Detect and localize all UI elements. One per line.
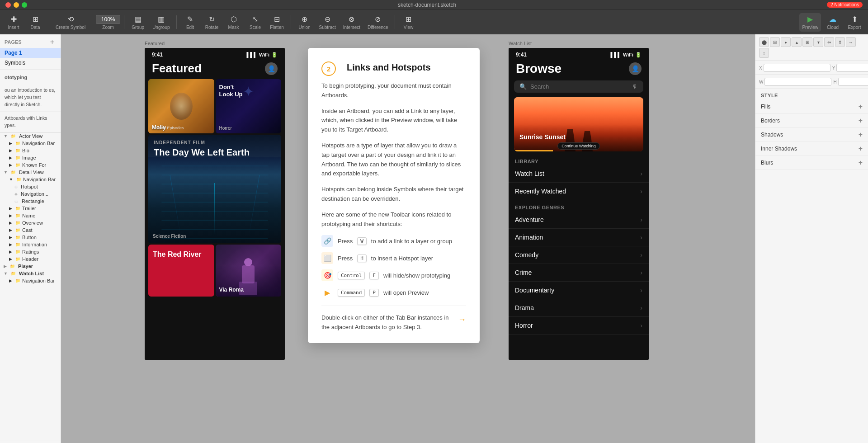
data-button[interactable]: ⊞ Data <box>25 13 45 32</box>
flip-v-btn[interactable]: ↕ <box>759 48 769 58</box>
borders-add-icon[interactable]: + <box>859 117 863 125</box>
edit-button[interactable]: ✎ Edit <box>180 13 200 32</box>
name-layer[interactable]: ▶ 📁 Name <box>0 212 61 219</box>
overview-layer[interactable]: ▶ 📁 Overview <box>0 219 61 226</box>
insert-button[interactable]: ✚ Insert <box>4 13 24 32</box>
y-input[interactable] <box>836 64 868 72</box>
wl-genre-documentary[interactable]: Documentarty › <box>509 282 649 299</box>
x-input[interactable] <box>764 64 830 72</box>
preview-button[interactable]: ▶ Preview <box>799 13 821 32</box>
wl-genre-animation[interactable]: Animation › <box>509 229 649 246</box>
bio-layer[interactable]: ▶ 📁 Bio <box>0 147 61 154</box>
minimize-button[interactable] <box>14 2 19 8</box>
wl-watchlist-item[interactable]: Watch List › <box>509 165 649 183</box>
scale-button[interactable]: ⤡ Scale <box>245 13 265 32</box>
ratings-layer[interactable]: ▶ 📁 Ratings <box>0 248 61 255</box>
group-toggle-icon: ▼ <box>4 134 8 138</box>
trailer-layer[interactable]: ▶ 📁 Trailer <box>0 205 61 212</box>
inner-shadows-row[interactable]: Inner Shadows + <box>755 142 868 156</box>
distribute-h-btn[interactable]: ⇔ <box>824 37 834 47</box>
flatten-button[interactable]: ⊟ Flatten <box>267 13 287 32</box>
shadows-add-icon[interactable]: + <box>859 131 863 139</box>
wl-genre-horror[interactable]: Horror › <box>509 317 649 335</box>
known-for-layer[interactable]: ▶ 📁 Known For <box>0 161 61 169</box>
subtract-button[interactable]: ⊖ Subtract <box>316 13 339 32</box>
wl-continue-card[interactable]: Sunrise Sunset Continue Watching <box>514 97 643 151</box>
difference-button[interactable]: ⊘ Difference <box>365 13 391 32</box>
h-input[interactable] <box>838 78 868 86</box>
image-layer[interactable]: ▶ 📁 Image <box>0 154 61 161</box>
watchlist-nav-bar[interactable]: ▶ 📁 Navigation Bar <box>0 277 61 284</box>
wl-recently-watched-item[interactable]: Recently Watched › <box>509 183 649 200</box>
distribute-v-btn[interactable]: ⇕ <box>835 37 845 47</box>
header-layer[interactable]: ▶ 📁 Header <box>0 255 61 263</box>
ungroup-button[interactable]: ▥ Ungroup <box>150 13 172 32</box>
subtract-icon: ⊖ <box>325 15 330 24</box>
play-shortcut-icon: ▶ <box>321 287 333 298</box>
cloud-button[interactable]: ☁ Cloud <box>823 13 843 32</box>
dont-look-up-card[interactable]: ✦ Don'tLook Up Horror <box>216 79 282 133</box>
export-button[interactable]: ⬆ Export <box>844 13 864 32</box>
para5: Here are some of the new Toolbar icons r… <box>321 210 466 229</box>
align-center-btn[interactable]: ⊟ <box>770 37 780 47</box>
artboard-watchlist: 9:41 ▌▌▌ WiFi 🔋 Browse 👤 🔍 Search 🎙 <box>509 48 649 360</box>
red-river-card[interactable]: The Red River <box>148 245 214 297</box>
close-button[interactable] <box>5 2 11 8</box>
prototype-panel: 2 Links and Hotspots To begin prototypin… <box>308 48 480 343</box>
fills-add-icon[interactable]: + <box>859 103 863 111</box>
hotspot-layer[interactable]: ◇ Hotspot <box>0 183 61 190</box>
player-group[interactable]: ▶ 📁 Player <box>0 263 61 270</box>
nav-bar-layer-1[interactable]: ▶ 📁 Navigation Bar <box>0 140 61 147</box>
align-middle-btn[interactable]: ⊞ <box>802 37 812 47</box>
detail-view-group[interactable]: ▼ 📁 Detail View <box>0 169 61 176</box>
create-symbol-button[interactable]: ⟲ Create Symbol <box>53 13 88 32</box>
navigation-item-layer[interactable]: ◈ Navigation... <box>0 190 61 198</box>
group-button[interactable]: ▤ Group <box>128 13 148 32</box>
align-right-btn[interactable]: ▸ <box>781 37 791 47</box>
inner-shadows-add-icon[interactable]: + <box>859 145 863 153</box>
wl-genre-crime[interactable]: Crime › <box>509 264 649 282</box>
align-left-btn[interactable]: ⬤ <box>759 37 769 47</box>
cast-layer[interactable]: ▶ 📁 Cast <box>0 226 61 234</box>
information-layer[interactable]: ▶ 📁 Information <box>0 241 61 248</box>
rotate-button[interactable]: ↻ Rotate <box>202 13 222 32</box>
via-roma-card[interactable]: Via Roma <box>216 245 282 297</box>
actor-view-group[interactable]: ▼ 📁 Actor View <box>0 132 61 140</box>
rectangle-layer[interactable]: ▭ Rectangle <box>0 198 61 205</box>
w-input[interactable] <box>764 78 831 86</box>
intersect-button[interactable]: ⊗ Intersect <box>340 13 363 32</box>
fills-row[interactable]: Fills + <box>755 100 868 114</box>
align-top-btn[interactable]: ▴ <box>792 37 802 47</box>
modal-footer-text: Double-click on either of the Tab Bar in… <box>321 313 458 332</box>
union-button[interactable]: ⊕ Union <box>295 13 315 32</box>
symbols-page-item[interactable]: Symbols <box>0 58 61 68</box>
molly-card[interactable]: Molly All-New Episodes <box>148 79 214 133</box>
blurs-row[interactable]: Blurs + <box>755 156 868 170</box>
blurs-add-icon[interactable]: + <box>859 159 863 167</box>
zoom-button[interactable] <box>22 2 27 8</box>
day-we-left-card[interactable]: INDEPENDENT FILM The Day We Left Earth S… <box>148 135 281 243</box>
wl-search-bar[interactable]: 🔍 Search 🎙 <box>514 80 643 93</box>
borders-row[interactable]: Borders + <box>755 114 868 128</box>
notifications-badge[interactable]: 2 Notifications <box>827 2 863 8</box>
view-icon: ⊞ <box>406 15 411 24</box>
next-arrow[interactable]: → <box>458 315 466 325</box>
wl-genre-adventure[interactable]: Adventure › <box>509 211 649 229</box>
folder-icon-image: 📁 <box>15 156 20 160</box>
zoom-input[interactable] <box>96 15 120 24</box>
mask-button[interactable]: ⬡ Mask <box>224 13 244 32</box>
wl-genre-comedy[interactable]: Comedy › <box>509 246 649 264</box>
shadows-row[interactable]: Shadows + <box>755 128 868 142</box>
shortcut-key-w: W <box>357 237 367 245</box>
watchlist-group[interactable]: ▼ 📁 Watch List <box>0 270 61 277</box>
nav-bar-detail[interactable]: ▼ 📁 Navigation Bar <box>0 176 61 183</box>
symbol-icon: ⟲ <box>68 15 74 24</box>
view-button[interactable]: ⊞ View <box>399 13 419 32</box>
align-bottom-btn[interactable]: ▾ <box>813 37 823 47</box>
wl-genre-drama[interactable]: Drama › <box>509 299 649 317</box>
zoom-control[interactable]: Zoom <box>96 15 120 30</box>
button-layer[interactable]: ▶ 📁 Button <box>0 234 61 241</box>
add-page-button[interactable]: + <box>48 38 56 46</box>
flip-h-btn[interactable]: ↔ <box>846 37 856 47</box>
page-1-item[interactable]: Page 1 <box>0 48 61 58</box>
